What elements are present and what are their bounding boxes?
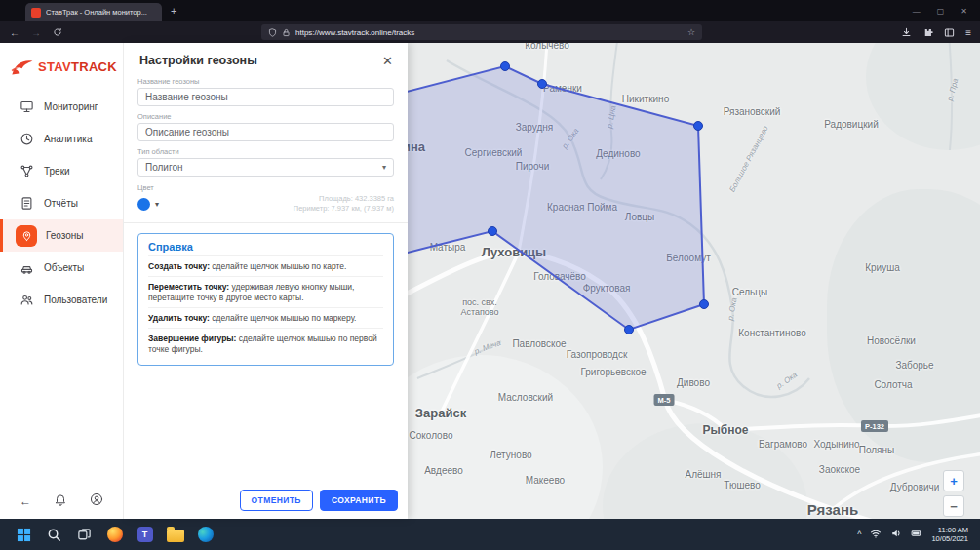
name-field-label: Название геозоны (137, 77, 394, 86)
logo-track-text: TRACK (71, 59, 117, 74)
task-view-icon[interactable] (72, 523, 97, 547)
search-icon[interactable] (42, 523, 66, 547)
sidebar-item-objects[interactable]: Объекты (0, 252, 123, 284)
back-button[interactable]: ← (10, 27, 20, 38)
tracks-icon (19, 163, 35, 179)
taskbar-clock[interactable]: 11:00 AM 10/05/2021 (931, 526, 968, 544)
sidebar-item-label: Объекты (44, 262, 84, 273)
cancel-button[interactable]: ОТМЕНИТЬ (240, 490, 313, 511)
battery-icon[interactable] (911, 526, 922, 543)
menu-icon[interactable]: ≡ (965, 27, 971, 38)
browser-tabstrip: СтавТрак - Онлайн монитор... + — ▢ ✕ (0, 0, 980, 21)
geozone-vertex[interactable] (625, 326, 634, 334)
sidebar-menu: МониторингАналитикаТрекиОтчётыГеозоныОбъ… (0, 91, 123, 316)
chevron-down-icon: ▾ (155, 200, 159, 209)
taskbar: T ^ 11:00 AM 10/05/2021 (0, 519, 980, 550)
sidebar-item-monitoring[interactable]: Мониторинг (0, 91, 123, 123)
notifications-bell-icon[interactable] (54, 492, 67, 510)
extensions-icon[interactable] (922, 27, 933, 38)
geozones-icon (16, 225, 37, 247)
geozone-vertex[interactable] (489, 227, 497, 236)
stavtrack-logo: STAVTRACK (0, 43, 123, 85)
download-icon[interactable] (901, 27, 912, 38)
geozone-vertex[interactable] (501, 62, 510, 71)
forward-button[interactable]: → (31, 27, 41, 38)
edge-icon[interactable] (193, 523, 217, 547)
sidebar-item-geozones[interactable]: Геозоны (0, 219, 123, 252)
sidebar-toggle-icon[interactable] (944, 27, 955, 38)
close-icon[interactable]: ✕ (382, 55, 393, 67)
sidebar-item-label: Мониторинг (44, 101, 98, 112)
teams-icon[interactable]: T (133, 523, 157, 547)
tray-chevron-icon[interactable]: ^ (857, 530, 861, 539)
sidebar-item-label: Пользователи (44, 295, 107, 305)
stavtrack-favicon-icon (31, 8, 41, 18)
collapse-arrow-icon[interactable]: ← (20, 494, 31, 508)
divider (124, 222, 408, 223)
url-text: https://www.stavtrack.online/tracks (295, 28, 683, 37)
geozone-vertex[interactable] (694, 122, 703, 131)
browser-tab[interactable]: СтавТрак - Онлайн монитор... (25, 3, 162, 21)
sidebar-item-analytics[interactable]: Аналитика (0, 123, 123, 155)
app-window: STAVTRACK МониторингАналитикаТрекиОтчёты… (0, 43, 980, 519)
sidebar: STAVTRACK МониторингАналитикаТрекиОтчёты… (0, 43, 124, 519)
sidebar-bottom: ← (0, 492, 123, 510)
description-field-label: Описание (137, 112, 394, 121)
file-explorer-icon[interactable] (163, 523, 187, 547)
start-button[interactable] (12, 523, 36, 547)
new-tab-button[interactable]: + (171, 5, 176, 17)
area-type-value: Полигон (145, 162, 182, 173)
profile-icon[interactable] (90, 492, 103, 510)
shield-icon (268, 28, 277, 37)
reload-button[interactable] (53, 27, 62, 37)
geozone-vertex[interactable] (700, 300, 709, 309)
color-field-label: Цвет (137, 183, 394, 192)
geozone-svg (408, 43, 980, 519)
logo-bird-icon (10, 56, 34, 77)
panel-title: Настройки геозоны (139, 54, 257, 67)
geozone-vertex[interactable] (538, 80, 547, 89)
help-item: Переместить точку: удерживая левую кнопк… (148, 276, 383, 307)
tab-title: СтавТрак - Онлайн монитор... (46, 8, 156, 17)
reports-icon (19, 195, 35, 212)
name-input[interactable] (137, 88, 394, 106)
save-button[interactable]: СОХРАНИТЬ (320, 490, 398, 511)
objects-icon (19, 259, 35, 276)
monitoring-icon (19, 98, 35, 115)
caret-down-icon: ▾ (382, 163, 386, 172)
window-minimize-button[interactable]: — (913, 7, 921, 16)
help-box: Справка Создать точку: сделайте щелчок м… (137, 233, 394, 366)
window-close-button[interactable]: ✕ (960, 7, 967, 16)
zoom-out-button[interactable]: − (943, 495, 964, 517)
firefox-icon[interactable] (102, 523, 127, 547)
sidebar-item-users[interactable]: Пользователи (0, 284, 123, 316)
area-metric: Площадь: 432.3385 га (294, 194, 394, 204)
help-item: Удалить точку: сделайте щелчок мышью по … (148, 307, 383, 328)
clock-time: 11:00 AM (931, 526, 968, 535)
color-picker[interactable]: ▾ (137, 198, 159, 211)
map[interactable]: КолычёвоКоломнаРаменкиНикиткиноРязановск… (408, 43, 980, 519)
help-item: Завершение фигуры: сделайте щелчок мышью… (148, 328, 383, 359)
sidebar-item-reports[interactable]: Отчёты (0, 187, 123, 219)
logo-stav-text: STAV (38, 59, 71, 74)
geozone-metrics: Площадь: 432.3385 га Периметр: 7.937 км,… (294, 194, 394, 213)
window-maximize-button[interactable]: ▢ (937, 7, 945, 16)
area-type-select[interactable]: Полигон ▾ (137, 158, 394, 177)
window-controls: — ▢ ✕ (913, 7, 980, 16)
sidebar-item-tracks[interactable]: Треки (0, 155, 123, 187)
zoom-in-button[interactable]: + (943, 470, 964, 491)
color-swatch[interactable] (137, 198, 150, 211)
description-input[interactable] (137, 123, 394, 141)
geozone-polygon[interactable] (408, 66, 704, 330)
sidebar-item-label: Аналитика (44, 134, 93, 144)
sidebar-item-label: Геозоны (46, 230, 84, 241)
perimeter-metric: Периметр: 7.937 км, (7.937 м) (294, 204, 394, 214)
wifi-icon[interactable] (870, 526, 882, 543)
type-field-label: Тип области (137, 147, 394, 156)
browser-toolbar: ← → https://www.stavtrack.online/tracks … (0, 21, 980, 43)
bookmark-star-icon[interactable]: ☆ (687, 27, 695, 37)
volume-icon[interactable] (890, 526, 902, 543)
help-item: Создать точку: сделайте щелчок мышью по … (148, 255, 383, 276)
url-bar[interactable]: https://www.stavtrack.online/tracks ☆ (261, 24, 702, 40)
clock-date: 10/05/2021 (931, 534, 968, 544)
